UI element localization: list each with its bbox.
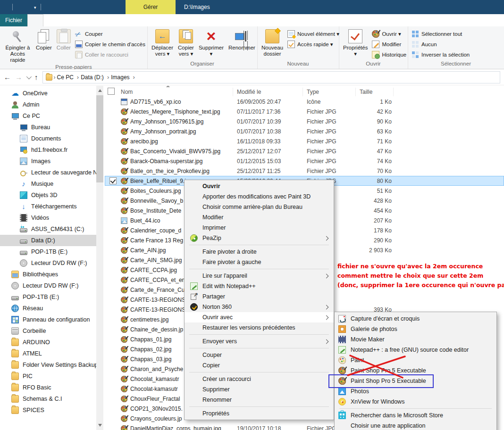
sidebar-item[interactable]: ARDUINO: [0, 337, 96, 348]
quick-access-icon[interactable]: [15, 3, 22, 10]
menu-item[interactable]: Apporter des modifications avec Paint 3D: [185, 191, 334, 202]
sidebar-item[interactable]: Lecteur DVD RW (F:): [0, 280, 96, 291]
back-icon[interactable]: ←: [4, 73, 11, 81]
manage-contextual-label[interactable]: Gérer: [126, 0, 176, 14]
sidebar-item[interactable]: Réseau: [0, 303, 96, 314]
sidebar-item[interactable]: Documents: [0, 133, 96, 144]
menu-item[interactable]: Modifier: [185, 212, 334, 223]
submenu-item[interactable]: Notepad++ : a free (GNU) source code edi…: [335, 345, 496, 355]
menu-item[interactable]: Edit with Notepad++: [185, 281, 334, 291]
menu-item[interactable]: Choisir comme arrière-plan du Bureau: [185, 202, 334, 212]
table-row[interactable]: Alectes_Megere_Tisiphone_text.jpg 07/11/…: [105, 107, 504, 116]
sidebar-item[interactable]: Ce PC: [0, 110, 96, 122]
menu-item[interactable]: Lire sur l'appareil: [185, 271, 334, 281]
sidebar-item[interactable]: Vidéos: [0, 212, 96, 223]
ribbon-big-button[interactable]: Renommer: [226, 28, 258, 58]
sidebar-item[interactable]: SPICES: [0, 405, 96, 416]
sidebar-item[interactable]: ASUS_CM6431 (C:): [0, 223, 96, 235]
table-row[interactable]: Amy_Johnson_10579615.jpg 01/07/2017 10:3…: [105, 116, 504, 126]
column-header-type[interactable]: Type: [303, 88, 356, 96]
sidebar-item[interactable]: Corbeille: [0, 325, 96, 337]
sidebar-item[interactable]: Images: [0, 156, 96, 167]
sidebar-scrollbar[interactable]: [96, 86, 103, 430]
select-all-checkbox[interactable]: [108, 88, 115, 95]
submenu-item[interactable]: Paint: [335, 355, 496, 365]
column-header-size[interactable]: Taille: [356, 88, 394, 96]
menu-item[interactable]: PeaZip: [185, 233, 334, 243]
quick-access-icon[interactable]: [25, 3, 33, 10]
ribbon-small-button[interactable]: Copier le chemin d'accès: [75, 40, 145, 48]
ribbon-big-button[interactable]: Coller: [54, 28, 73, 64]
menu-item[interactable]: Imprimer: [185, 223, 334, 233]
breadcrumb[interactable]: › Ce PC › Data (D:) › Images ›: [42, 71, 501, 83]
forward-icon[interactable]: →: [15, 73, 22, 81]
submenu-item[interactable]: Capture d'écran et croquis: [335, 314, 496, 324]
ribbon-big-button[interactable]: Propriétés ▾: [341, 28, 370, 58]
sidebar-item[interactable]: hd1.freebox.fr: [0, 144, 96, 156]
ribbon-tab[interactable]: [59, 14, 74, 26]
sidebar-item[interactable]: Admin: [0, 99, 96, 110]
submenu-item[interactable]: Movie Maker: [335, 334, 496, 345]
sidebar-item[interactable]: OneDrive: [0, 88, 96, 99]
submenu-item[interactable]: XnView for Windows: [335, 397, 496, 407]
menu-item[interactable]: Supprimer: [185, 384, 334, 395]
recent-locations-icon[interactable]: [26, 74, 32, 79]
sidebar-item[interactable]: Bureau: [0, 122, 96, 133]
ribbon-small-button[interactable]: Couper: [75, 30, 145, 38]
sidebar-item[interactable]: PIC: [0, 371, 96, 382]
ribbon-big-button[interactable]: Déplacer vers ▾: [149, 28, 176, 58]
breadcrumb-segment[interactable]: Ce PC ›: [57, 74, 81, 81]
sidebar-item[interactable]: Lecteur de sauvegarde No: [0, 167, 96, 178]
sidebar-item[interactable]: Folder View Settings Backup: [0, 359, 96, 371]
menu-item[interactable]: Envoyer vers: [185, 336, 334, 347]
menu-item[interactable]: Norton 360: [185, 302, 334, 312]
table-row[interactable]: AD7715_vb6_xp.ico 16/09/2005 20:47 Icône…: [105, 97, 504, 107]
scrollbar-thumb[interactable]: [96, 95, 103, 182]
menu-item[interactable]: Restaurer les versions précédentes: [185, 322, 334, 333]
sidebar-item[interactable]: Musique: [0, 178, 96, 190]
sidebar-item[interactable]: Schemas & C.I: [0, 393, 96, 405]
ribbon-small-button[interactable]: Aucun: [412, 40, 470, 48]
table-row[interactable]: Amy_Johnson_portrait.jpg 01/07/2017 10:3…: [105, 126, 504, 136]
submenu-item[interactable]: Galerie de photos: [335, 324, 496, 334]
ribbon-small-button[interactable]: Inverser la sélection: [412, 50, 470, 58]
menu-item[interactable]: Créer un raccourci: [185, 374, 334, 384]
ribbon-big-button[interactable]: Épingler à Accès rapide: [2, 28, 34, 64]
row-checkbox[interactable]: [109, 177, 117, 184]
ribbon-small-button[interactable]: Accès rapide ▾: [287, 40, 339, 48]
ribbon-tab[interactable]: [75, 14, 90, 26]
sidebar-item[interactable]: Lecteur DVD RW (F:): [0, 257, 96, 269]
table-row[interactable]: Bac_Concerto_Vivaldi_BWV975.jpg 25/12/20…: [105, 146, 504, 156]
ribbon-small-button[interactable]: Modifier: [372, 40, 406, 48]
menu-item[interactable]: Renommer: [185, 395, 334, 405]
ribbon-small-button[interactable]: Ouvrir ▾: [372, 30, 406, 38]
breadcrumb-segment[interactable]: Images ›: [111, 74, 137, 81]
sidebar-item[interactable]: ATMEL: [0, 348, 96, 359]
menu-item[interactable]: Partager: [185, 291, 334, 302]
scroll-down-icon[interactable]: [98, 424, 102, 427]
ribbon-small-button[interactable]: Nouvel élément ▾: [287, 30, 339, 38]
ribbon-small-button[interactable]: Coller le raccourci: [75, 50, 145, 58]
menu-item[interactable]: Propriétés: [185, 408, 334, 419]
breadcrumb-segment[interactable]: Data (D:) ›: [81, 74, 111, 81]
menu-item[interactable]: Copier: [185, 360, 334, 371]
ribbon-big-button[interactable]: Copier vers ▾: [176, 28, 196, 58]
table-row[interactable]: arecibo.jpg 16/11/2018 09:33 Fichier JPG…: [105, 136, 504, 146]
menu-item[interactable]: Faire pivoter à droite: [185, 247, 334, 257]
column-header-name[interactable]: Nom: [117, 88, 233, 96]
ribbon-big-button[interactable]: Supprimer ▾: [196, 28, 226, 58]
ribbon-tab[interactable]: [43, 14, 59, 26]
sidebar-item[interactable]: POP-1TB (E:): [0, 246, 96, 257]
sidebar-item[interactable]: Data (D:): [0, 235, 96, 246]
ribbon-small-button[interactable]: Sélectionner tout: [412, 30, 470, 38]
ribbon-small-button[interactable]: Historique: [372, 50, 406, 58]
sidebar-item[interactable]: Panneau de configuration: [0, 314, 96, 325]
ribbon-big-button[interactable]: Copier: [34, 28, 54, 64]
ribbon-tab[interactable]: [27, 14, 43, 26]
table-row[interactable]: Barack-Obama-superstar.jpg 01/12/2015 15…: [105, 156, 504, 166]
sidebar-item[interactable]: Bibliothèques: [0, 269, 96, 280]
submenu-item[interactable]: Rechercher dans le Microsoft Store: [335, 410, 496, 421]
menu-item[interactable]: Faire pivoter à gauche: [185, 257, 334, 267]
up-icon[interactable]: ↑: [34, 73, 38, 81]
sidebar-item[interactable]: Objets 3D: [0, 190, 96, 201]
